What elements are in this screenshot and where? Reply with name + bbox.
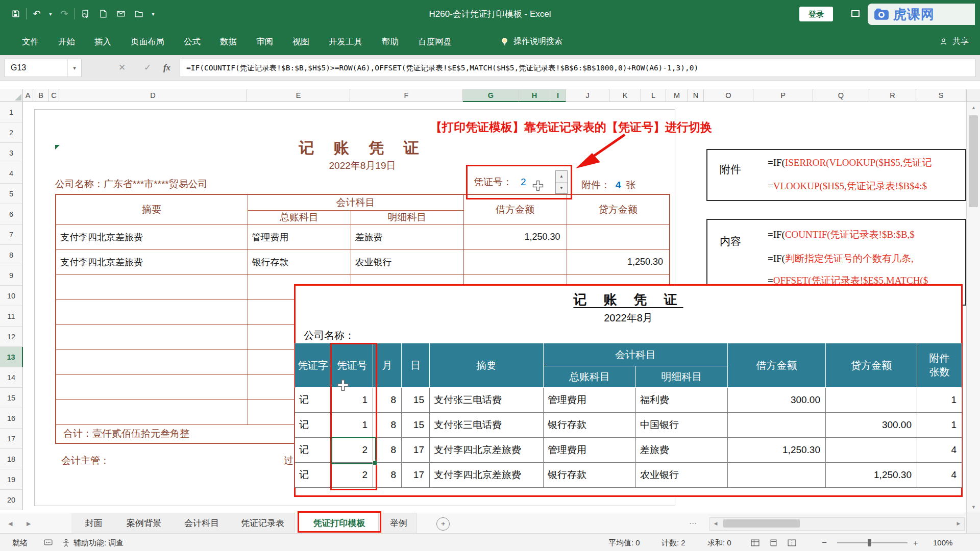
- restore-window-icon[interactable]: [851, 10, 860, 17]
- row-header[interactable]: 2: [0, 122, 23, 143]
- vertical-scrollbar[interactable]: ▲ ▼: [966, 102, 980, 513]
- sheet-nav-next-icon[interactable]: ▶: [27, 513, 31, 534]
- insert-function-icon[interactable]: fx: [158, 59, 176, 77]
- cell[interactable]: 差旅费: [351, 224, 463, 249]
- vertical-scroll-thumb[interactable]: [969, 115, 978, 207]
- sheet-tab-records[interactable]: 凭证记录表: [231, 513, 295, 534]
- tab-data[interactable]: 数据: [210, 28, 247, 55]
- row-header[interactable]: 10: [0, 286, 23, 306]
- sheet-tab-background[interactable]: 案例背景: [116, 513, 173, 534]
- column-header[interactable]: Q: [813, 89, 869, 102]
- cell[interactable]: [56, 374, 248, 399]
- macro-record-icon[interactable]: [44, 539, 53, 546]
- share-button[interactable]: 共享: [940, 28, 969, 55]
- column-header[interactable]: D: [59, 89, 247, 102]
- tab-home[interactable]: 开始: [48, 28, 85, 55]
- column-header[interactable]: P: [753, 89, 813, 102]
- column-header[interactable]: C: [49, 89, 59, 102]
- cell[interactable]: [56, 399, 248, 424]
- tab-view[interactable]: 视图: [283, 28, 319, 55]
- row-header[interactable]: 15: [0, 388, 23, 408]
- scroll-down-icon[interactable]: ▼: [967, 502, 980, 513]
- login-button[interactable]: 登录: [799, 7, 833, 21]
- column-header[interactable]: F: [350, 89, 463, 102]
- enter-icon[interactable]: ✓: [139, 59, 156, 77]
- column-header-selected[interactable]: I: [550, 89, 566, 102]
- horizontal-scrollbar[interactable]: ◀ ▶: [709, 517, 965, 531]
- cell[interactable]: [56, 324, 248, 349]
- cell[interactable]: 1,250.30: [463, 224, 567, 249]
- row-header[interactable]: 3: [0, 143, 23, 163]
- sheet-nav-prev-icon[interactable]: ◀: [8, 513, 12, 534]
- cell[interactable]: 支付李四北京差旅费: [56, 249, 248, 274]
- spinner-up-icon[interactable]: ▲: [556, 171, 567, 183]
- zoom-out-icon[interactable]: −: [822, 534, 827, 551]
- voucher-no-value[interactable]: 2: [521, 177, 526, 188]
- row-header[interactable]: 14: [0, 367, 23, 388]
- tab-help[interactable]: 帮助: [372, 28, 408, 55]
- formula-input[interactable]: =IF(COUNTIF(凭证记录表!$B:$B,$H$5)>=ROW(A6),O…: [180, 59, 976, 77]
- sheet-tab-cover[interactable]: 封面: [71, 513, 116, 534]
- select-all-corner[interactable]: [0, 89, 23, 102]
- tab-baidu-netdisk[interactable]: 百度网盘: [408, 28, 461, 55]
- row-header[interactable]: 6: [0, 204, 23, 224]
- row-header[interactable]: 1: [0, 102, 23, 122]
- column-header[interactable]: E: [247, 89, 350, 102]
- cell[interactable]: [56, 274, 248, 299]
- row-header[interactable]: 19: [0, 469, 23, 490]
- cell[interactable]: 农业银行: [351, 249, 463, 274]
- note-panel-attachment[interactable]: 附件 =IF(ISERROR(VLOOKUP($H$5,凭证记 =VLOOKUP…: [706, 149, 966, 201]
- tell-me-search[interactable]: 操作说明搜索: [500, 28, 562, 55]
- column-header[interactable]: K: [609, 89, 641, 102]
- tab-review[interactable]: 审阅: [247, 28, 283, 55]
- column-header-selected[interactable]: H: [519, 89, 550, 102]
- row-header[interactable]: 18: [0, 449, 23, 469]
- tab-developer[interactable]: 开发工具: [319, 28, 372, 55]
- name-box[interactable]: G13 ▾: [4, 59, 82, 77]
- tab-file[interactable]: 文件: [12, 28, 48, 55]
- horizontal-scroll-thumb[interactable]: [723, 519, 800, 528]
- column-header[interactable]: N: [688, 89, 704, 102]
- normal-view-icon[interactable]: [748, 538, 762, 547]
- column-header[interactable]: M: [666, 89, 688, 102]
- voucher-no-spinner[interactable]: ▲ ▼: [555, 170, 568, 194]
- row-header[interactable]: 9: [0, 265, 23, 286]
- tab-page-layout[interactable]: 页面布局: [121, 28, 174, 55]
- column-header-selected[interactable]: G: [463, 89, 519, 102]
- row-header[interactable]: 17: [0, 429, 23, 449]
- tab-formulas[interactable]: 公式: [174, 28, 210, 55]
- cell[interactable]: 银行存款: [248, 249, 351, 274]
- column-header[interactable]: S: [916, 89, 966, 102]
- tab-insert[interactable]: 插入: [85, 28, 121, 55]
- column-header[interactable]: A: [23, 89, 33, 102]
- sheet-tab-accounts[interactable]: 会计科目: [172, 513, 232, 534]
- column-header[interactable]: J: [566, 89, 609, 102]
- spinner-down-icon[interactable]: ▼: [556, 183, 567, 194]
- zoom-slider-thumb[interactable]: [868, 539, 871, 546]
- row-header[interactable]: 5: [0, 184, 23, 204]
- row-header[interactable]: 7: [0, 224, 23, 245]
- sheet-tab-example[interactable]: 举例: [381, 513, 416, 534]
- column-header[interactable]: B: [33, 89, 49, 102]
- row-header[interactable]: 20: [0, 490, 23, 510]
- name-box-dropdown-icon[interactable]: ▾: [67, 59, 81, 77]
- cell[interactable]: [567, 224, 670, 249]
- cancel-icon[interactable]: ✕: [113, 59, 131, 77]
- cell[interactable]: 1,250.30: [567, 249, 670, 274]
- scroll-left-icon[interactable]: ◀: [711, 518, 720, 529]
- page-break-view-icon[interactable]: [785, 538, 798, 547]
- cell[interactable]: [463, 249, 567, 274]
- row-header[interactable]: 12: [0, 327, 23, 347]
- row-header[interactable]: 16: [0, 408, 23, 429]
- column-header[interactable]: O: [704, 89, 753, 102]
- cell[interactable]: 管理费用: [248, 224, 351, 249]
- record-table-overlay[interactable]: 记 账 凭 证 2022年8月 公司名称： 凭证字 凭证号 月 日 摘要 会计科…: [294, 284, 963, 497]
- column-header[interactable]: L: [641, 89, 666, 102]
- scroll-right-icon[interactable]: ▶: [954, 518, 963, 529]
- row-header[interactable]: 4: [0, 163, 23, 184]
- row-header[interactable]: 8: [0, 245, 23, 265]
- scroll-up-icon[interactable]: ▲: [967, 102, 980, 113]
- cell[interactable]: 支付李四北京差旅费: [56, 224, 248, 249]
- zoom-level[interactable]: 100%: [933, 534, 952, 551]
- cell[interactable]: [56, 349, 248, 374]
